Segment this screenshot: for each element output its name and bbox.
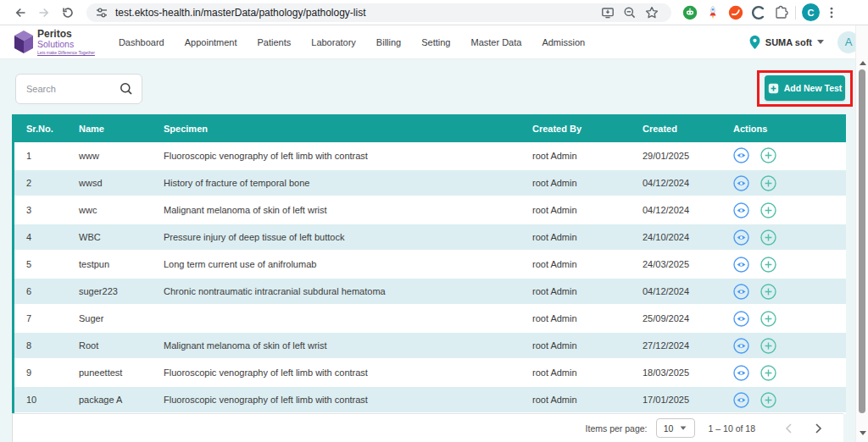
chevron-down-icon[interactable] <box>817 40 824 44</box>
cell-name: package A <box>67 386 152 413</box>
nav-item[interactable]: Appointment <box>185 37 237 47</box>
nav-item[interactable]: Dashboard <box>119 37 164 47</box>
column-header[interactable]: Actions <box>721 114 846 142</box>
branch-selector[interactable]: SUMA soft <box>765 37 812 47</box>
search-icon[interactable] <box>120 82 133 96</box>
nav-item[interactable]: Billing <box>376 37 401 47</box>
view-button[interactable] <box>733 365 749 381</box>
url-text[interactable]: test.ektos-health.in/masterData/patholog… <box>115 7 597 19</box>
cell-created-by: root Admin <box>520 305 631 332</box>
view-button[interactable] <box>733 257 749 273</box>
cell-sr-no: 7 <box>14 305 67 332</box>
add-parameter-button[interactable] <box>760 257 776 273</box>
nav-item[interactable]: Setting <box>421 37 450 47</box>
bookmark-star-icon[interactable] <box>641 3 663 22</box>
view-button[interactable] <box>733 229 749 246</box>
add-new-test-button[interactable]: Add New Test <box>765 75 845 101</box>
range-label: 1 – 10 of 18 <box>709 423 755 434</box>
column-header[interactable]: Name <box>67 114 152 142</box>
prev-page-button[interactable] <box>779 419 798 438</box>
scroll-down-arrow-icon[interactable] <box>860 431 866 435</box>
install-app-icon[interactable] <box>597 3 619 22</box>
header-right: SUMA soft A <box>749 31 860 53</box>
cell-created-by: root Admin <box>520 332 631 359</box>
scrollbar[interactable] <box>855 25 868 442</box>
forward-icon[interactable] <box>32 2 56 24</box>
add-parameter-button[interactable] <box>760 147 776 163</box>
column-header[interactable]: Specimen <box>152 114 520 142</box>
view-button[interactable] <box>733 147 749 163</box>
scroll-up-arrow-icon[interactable] <box>860 61 866 65</box>
table-row[interactable]: 1 www Fluoroscopic venography of left li… <box>14 142 846 169</box>
nav-item[interactable]: Laboratory <box>311 37 356 47</box>
view-button[interactable] <box>733 175 749 191</box>
nav-item[interactable]: Admission <box>542 37 585 47</box>
scrollbar-thumb[interactable] <box>859 69 865 413</box>
pagination-bar: Items per page: 10 1 – 10 of 18 <box>12 413 843 442</box>
nav-item[interactable]: Master Data <box>470 37 521 47</box>
back-icon[interactable] <box>8 2 32 24</box>
items-per-page-select[interactable]: 10 <box>656 418 695 438</box>
table-row[interactable]: 3 wwc Malignant melanoma of skin of left… <box>14 196 846 224</box>
column-header[interactable]: Created By <box>520 114 631 142</box>
extensions-puzzle-icon[interactable] <box>773 4 789 20</box>
add-parameter-button[interactable] <box>760 338 776 354</box>
extension-crescent-icon[interactable] <box>750 4 766 20</box>
table-row[interactable]: 5 testpun Long term current use of anifr… <box>14 251 846 278</box>
cell-actions <box>721 305 846 332</box>
cell-specimen: Fluoroscopic venography of left limb wit… <box>152 359 520 386</box>
cell-sr-no: 2 <box>14 169 67 196</box>
add-parameter-button[interactable] <box>760 392 776 408</box>
cell-specimen: History of fracture of temporal bone <box>152 169 520 196</box>
add-parameter-button[interactable] <box>760 365 776 381</box>
zoom-icon[interactable] <box>619 3 641 22</box>
reload-icon[interactable] <box>56 2 80 24</box>
browser-profile-avatar[interactable]: C <box>802 3 820 21</box>
cell-name: wwsd <box>67 169 152 196</box>
extension-orange-icon[interactable] <box>727 4 743 20</box>
table-row[interactable]: 8 Root Malignant melanoma of skin of lef… <box>14 332 846 359</box>
nav-item[interactable]: Patients <box>258 37 292 47</box>
table-row[interactable]: 10 package A Fluoroscopic venography of … <box>14 386 846 413</box>
browser-menu-icon[interactable] <box>820 2 843 24</box>
add-parameter-button[interactable] <box>760 175 776 191</box>
cell-name: testpun <box>67 251 152 278</box>
cell-specimen: Malignant melanoma of skin of left wrist <box>152 332 520 359</box>
next-page-button[interactable] <box>810 419 828 438</box>
cell-created-by: root Admin <box>520 278 631 305</box>
cell-actions <box>721 386 846 413</box>
view-button[interactable] <box>733 338 749 354</box>
add-parameter-button[interactable] <box>760 229 776 246</box>
logo-cube-icon <box>14 30 34 54</box>
app-logo[interactable]: Peritos Solutions Lets make Difference T… <box>14 29 95 55</box>
add-parameter-button[interactable] <box>760 284 776 300</box>
table-row[interactable]: 7 Suger root Admin 25/09/2024 <box>14 305 846 332</box>
cell-created-by: root Admin <box>520 196 631 224</box>
table-row[interactable]: 6 suger223 Chronic nontraumatic intracra… <box>14 278 846 305</box>
cell-specimen <box>152 305 520 332</box>
cell-sr-no: 6 <box>14 278 67 305</box>
column-header[interactable]: Created <box>631 114 721 142</box>
cell-created-by: root Admin <box>520 224 631 251</box>
table-row[interactable]: 9 puneettest Fluoroscopic venography of … <box>14 359 846 386</box>
cell-sr-no: 8 <box>14 332 67 359</box>
cell-actions <box>721 142 846 169</box>
table-row[interactable]: 2 wwsd History of fracture of temporal b… <box>14 169 846 196</box>
column-header[interactable]: Sr.No. <box>14 114 67 142</box>
add-parameter-button[interactable] <box>760 202 776 218</box>
pathology-table: Sr.No.NameSpecimenCreated ByCreatedActio… <box>12 114 843 414</box>
search-input[interactable] <box>26 84 120 94</box>
view-button[interactable] <box>733 392 749 408</box>
table-row[interactable]: 4 WBC Pressure injury of deep tissue of … <box>14 224 846 251</box>
url-bar[interactable]: test.ektos-health.in/masterData/patholog… <box>86 3 671 22</box>
view-button[interactable] <box>733 311 749 327</box>
view-button[interactable] <box>733 284 749 300</box>
cell-name: Suger <box>67 305 152 332</box>
tune-icon[interactable] <box>95 6 108 19</box>
add-parameter-button[interactable] <box>760 311 776 327</box>
extension-robot-icon[interactable] <box>682 4 698 20</box>
cell-name: puneettest <box>67 359 152 386</box>
extension-rocket-icon[interactable] <box>704 4 721 20</box>
cell-created: 25/09/2024 <box>631 305 721 332</box>
view-button[interactable] <box>733 202 749 218</box>
